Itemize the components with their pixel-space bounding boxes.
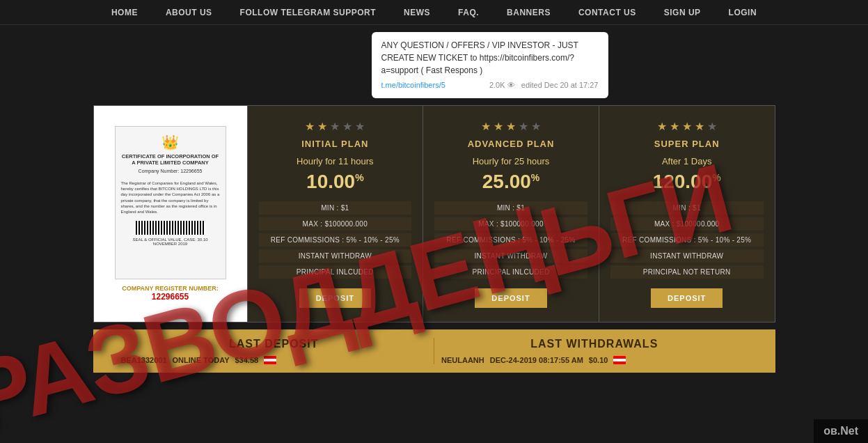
cert-company-number: Company Number: 12296655 (139, 169, 203, 173)
nav-item-news[interactable]: NEWS (400, 5, 434, 20)
nav-item-home[interactable]: HOME (107, 5, 142, 20)
plan-rate-initial: 10.00% (306, 171, 364, 193)
plan-duration-super: After 1 Days (662, 156, 712, 166)
plan-title-super: SUPER PLAN (654, 139, 720, 149)
plan-detail-row: MAX : $100000.000 (259, 217, 412, 231)
plan-detail-row: MIN : $1 (259, 201, 412, 215)
plan-detail-row: PRINCIPAL INLCUDED (259, 265, 412, 279)
telegram-link[interactable]: t.me/bitcoinfibers/5 (381, 79, 445, 91)
plan-detail-row: PRINCIPAL NOT RETURN (610, 265, 764, 279)
telegram-edited: edited Dec 20 at 17:27 (521, 81, 599, 89)
star-4: ★ (531, 120, 541, 133)
star-1: ★ (317, 120, 327, 133)
deposit-status: ONLINE TODAY (173, 356, 230, 364)
last-withdrawals-col: LAST WITHDRAWALS NEULAANH DEC-24-2019 08… (434, 338, 755, 364)
plan-detail-row: REF COMMISSIONS : 5% - 10% - 25% (610, 233, 764, 247)
star-0: ★ (305, 120, 315, 133)
deposit-amount: $34.58 (235, 356, 258, 364)
star-0: ★ (481, 120, 491, 133)
plan-details-super: MIN : $1MAX : $100000.000REF COMMISSIONS… (610, 201, 764, 279)
plan-title-initial: INITIAL PLAN (301, 139, 368, 149)
telegram-views: 2.0K (489, 81, 505, 89)
plan-title-advanced: ADVANCED PLAN (468, 139, 555, 149)
star-0: ★ (657, 120, 667, 133)
deposit-button-super[interactable]: DEPOSIT (651, 288, 723, 308)
star-4: ★ (707, 120, 717, 133)
star-1: ★ (670, 120, 679, 133)
company-certificate: 👑 CERTIFICATE OF INCORPORATION OF A PRIV… (94, 106, 247, 322)
nav-item-banners[interactable]: BANNERS (503, 5, 555, 20)
nav-item-contact-us[interactable]: CONTACT US (574, 5, 640, 20)
cert-register: COMPANY REGISTER NUMBER: 12296655 (122, 285, 219, 302)
telegram-message: ANY QUESTION / OFFERS / VIP INVESTOR - J… (381, 39, 599, 77)
cert-document: 👑 CERTIFICATE OF INCORPORATION OF A PRIV… (115, 126, 226, 279)
withdrawal-amount: $0.10 (589, 356, 608, 364)
bottom-logo: ов.Net (814, 419, 868, 443)
plan-detail-row: MIN : $1 (610, 201, 764, 215)
cert-barcode (136, 221, 205, 235)
deposit-flag-icon (264, 356, 276, 364)
bottom-section: LAST DEPOSIT BEA1332001 ONLINE TODAY $34… (93, 329, 775, 373)
plan-detail-row: PRINCIPAL INLCUDED (434, 265, 587, 279)
star-4: ★ (355, 120, 365, 133)
last-withdrawal-row: NEULAANH DEC-24-2019 08:17:55 AM $0.10 (441, 356, 748, 364)
star-2: ★ (506, 120, 516, 133)
plan-stars-super: ★★★★★ (657, 120, 717, 133)
plan-stars-initial: ★★★★★ (305, 120, 365, 133)
deposit-user: BEA1332001 (121, 356, 167, 364)
deposit-button-initial[interactable]: DEPOSIT (299, 288, 371, 308)
nav-item-faq.[interactable]: FAQ. (454, 5, 483, 20)
plan-details-advanced: MIN : $1MAX : $100000.000REF COMMISSIONS… (434, 201, 587, 279)
plan-detail-row: MIN : $1 (434, 201, 587, 215)
bottom-logo-text: ов.Net (823, 425, 858, 437)
telegram-popup: ANY QUESTION / OFFERS / VIP INVESTOR - J… (372, 32, 608, 98)
star-2: ★ (682, 120, 692, 133)
plan-rate-super: 120.00% (653, 171, 721, 193)
nav-item-login[interactable]: LOGIN (725, 5, 762, 20)
last-withdrawals-title: LAST WITHDRAWALS (441, 338, 748, 350)
withdrawal-date: DEC-24-2019 08:17:55 AM (490, 356, 583, 364)
main-content: 👑 CERTIFICATE OF INCORPORATION OF A PRIV… (0, 105, 868, 387)
star-3: ★ (342, 120, 352, 133)
withdrawal-flag-icon (613, 356, 626, 364)
nav-item-about-us[interactable]: ABOUT US (161, 5, 216, 20)
plan-card-super: ★★★★★SUPER PLANAfter 1 Days120.00%MIN : … (599, 106, 775, 322)
last-deposit-row: BEA1332001 ONLINE TODAY $34.58 (121, 356, 427, 364)
deposit-button-advanced[interactable]: DEPOSIT (475, 288, 546, 308)
plan-card-advanced: ★★★★★ADVANCED PLANHourly for 25 hours25.… (423, 106, 599, 322)
plan-card-initial: ★★★★★INITIAL PLANHourly for 11 hours10.0… (247, 106, 423, 322)
withdrawal-user: NEULAANH (441, 356, 484, 364)
cert-seal: SEAL & OFFICIAL VALUE, CASE: 30.10 NOVEM… (121, 238, 220, 246)
plan-cards-container: ★★★★★INITIAL PLANHourly for 11 hours10.0… (247, 106, 775, 322)
last-deposit-col: LAST DEPOSIT BEA1332001 ONLINE TODAY $34… (114, 338, 435, 364)
plan-detail-row: INSTANT WITHDRAW (259, 249, 412, 263)
plan-detail-row: REF COMMISSIONS : 5% - 10% - 25% (259, 233, 412, 247)
star-2: ★ (330, 120, 340, 133)
star-3: ★ (519, 120, 528, 133)
plan-duration-advanced: Hourly for 25 hours (473, 156, 550, 166)
plan-detail-row: MAX : $100000.000 (610, 217, 764, 231)
plan-detail-row: MAX : $100000.000 (434, 217, 587, 231)
plan-detail-row: INSTANT WITHDRAW (610, 249, 764, 263)
nav-item-follow-telegram-support[interactable]: FOLLOW TELEGRAM SUPPORT (236, 5, 381, 20)
navbar: HOMEABOUT USFOLLOW TELEGRAM SUPPORTNEWSF… (0, 0, 868, 25)
star-3: ★ (695, 120, 704, 133)
last-deposit-title: LAST DEPOSIT (121, 338, 427, 350)
cert-title: CERTIFICATE OF INCORPORATION OF A PRIVAT… (121, 153, 220, 166)
plans-wrapper: 👑 CERTIFICATE OF INCORPORATION OF A PRIV… (93, 105, 775, 322)
crown-icon: 👑 (161, 134, 179, 150)
cert-body: The Registrar of Companies for England a… (121, 180, 220, 215)
plan-detail-row: REF COMMISSIONS : 5% - 10% - 25% (434, 233, 587, 247)
plan-duration-initial: Hourly for 11 hours (297, 156, 374, 166)
star-1: ★ (494, 120, 503, 133)
plan-details-initial: MIN : $1MAX : $100000.000REF COMMISSIONS… (259, 201, 412, 279)
plan-stars-advanced: ★★★★★ (481, 120, 541, 133)
plan-detail-row: INSTANT WITHDRAW (434, 249, 587, 263)
plan-rate-advanced: 25.00% (482, 171, 540, 193)
nav-item-sign-up[interactable]: SIGN UP (660, 5, 705, 20)
